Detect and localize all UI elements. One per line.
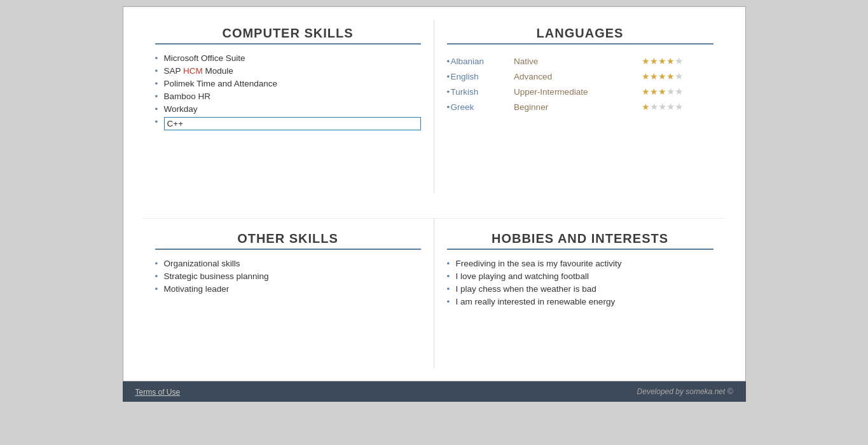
list-item: Motivating leader <box>155 284 421 294</box>
hobbies-title: HOBBIES AND INTERESTS <box>447 231 713 250</box>
list-item-editable[interactable] <box>155 117 421 130</box>
list-item: Bamboo HR <box>155 92 421 101</box>
list-item: Strategic business planning <box>155 271 421 281</box>
list-item: I am really interested in renewable ener… <box>447 297 713 306</box>
lang-stars: ★★★★★ <box>638 69 713 84</box>
lang-name: Turkish <box>447 84 511 99</box>
skill-text: SAP HCM Module <box>164 66 233 76</box>
skill-text: Motivating leader <box>164 284 230 294</box>
skill-text: Microsoft Office Suite <box>164 53 245 63</box>
skill-text: Polimek Time and Attendance <box>164 79 278 88</box>
table-row: Turkish Upper-Intermediate ★★★★★ <box>447 84 713 99</box>
lang-level: Beginner <box>510 99 638 114</box>
lang-level: Native <box>510 53 638 69</box>
other-skills-title: OTHER SKILLS <box>155 231 421 250</box>
lang-stars: ★★★★★ <box>638 84 713 99</box>
table-row: Albanian Native ★★★★★ <box>447 53 713 69</box>
terms-of-use-link[interactable]: Terms of Use <box>135 388 181 397</box>
hobby-text: I am really interested in renewable ener… <box>456 297 616 306</box>
computer-skills-section: COMPUTER SKILLS Microsoft Office Suite S… <box>142 20 434 193</box>
list-item: Organizational skills <box>155 259 421 268</box>
list-item: I play chess when the weather is bad <box>447 284 713 294</box>
lang-name: Albanian <box>447 53 511 69</box>
star-empty: ★ <box>675 71 683 81</box>
lang-level: Advanced <box>510 69 638 84</box>
hobbies-section: HOBBIES AND INTERESTS Freediving in the … <box>434 218 726 369</box>
other-skills-list: Organizational skills Strategic business… <box>155 259 421 294</box>
skill-text: Bamboo HR <box>164 92 211 101</box>
hobby-text: I play chess when the weather is bad <box>456 284 596 294</box>
skill-text: Organizational skills <box>164 259 240 268</box>
page-wrapper: COMPUTER SKILLS Microsoft Office Suite S… <box>0 0 868 414</box>
computer-skills-list: Microsoft Office Suite SAP HCM Module Po… <box>155 53 421 130</box>
star-empty: ★ <box>675 55 683 66</box>
lang-level: Upper-Intermediate <box>510 84 638 99</box>
hobby-text: Freediving in the sea is my favourite ac… <box>456 259 622 268</box>
computer-skills-title: COMPUTER SKILLS <box>155 26 421 44</box>
list-item: Microsoft Office Suite <box>155 53 421 63</box>
resume-card: COMPUTER SKILLS Microsoft Office Suite S… <box>123 6 746 381</box>
list-item: Workday <box>155 104 421 114</box>
hobbies-list: Freediving in the sea is my favourite ac… <box>447 259 713 306</box>
highlight-text: HCM <box>183 66 203 76</box>
footer-credit: Developed by someka.net © <box>637 387 733 396</box>
skill-text: Workday <box>164 104 198 114</box>
languages-table: Albanian Native ★★★★★ English Advanced ★… <box>447 53 713 114</box>
list-item: I love playing and watching football <box>447 271 713 281</box>
lang-name: Greek <box>447 99 511 114</box>
lang-name: English <box>447 69 511 84</box>
skill-text: Strategic business planning <box>164 271 269 281</box>
table-row: English Advanced ★★★★★ <box>447 69 713 84</box>
other-skills-section: OTHER SKILLS Organizational skills Strat… <box>142 218 434 369</box>
list-item: Polimek Time and Attendance <box>155 79 421 88</box>
skill-input[interactable] <box>164 117 421 130</box>
hobby-text: I love playing and watching football <box>456 271 589 281</box>
table-row: Greek Beginner ★★★★★ <box>447 99 713 114</box>
footer: Terms of Use Developed by someka.net © <box>123 381 746 402</box>
star-empty: ★★★★ <box>650 101 683 112</box>
star-empty: ★★ <box>666 86 683 97</box>
footer-left: Terms of Use <box>135 387 181 397</box>
list-item: Freediving in the sea is my favourite ac… <box>447 259 713 268</box>
lang-stars: ★★★★★ <box>638 99 713 114</box>
list-item: SAP HCM Module <box>155 66 421 76</box>
lang-stars: ★★★★★ <box>638 53 713 69</box>
languages-title: LANGUAGES <box>447 26 713 44</box>
languages-section: LANGUAGES Albanian Native ★★★★★ English … <box>434 20 726 193</box>
